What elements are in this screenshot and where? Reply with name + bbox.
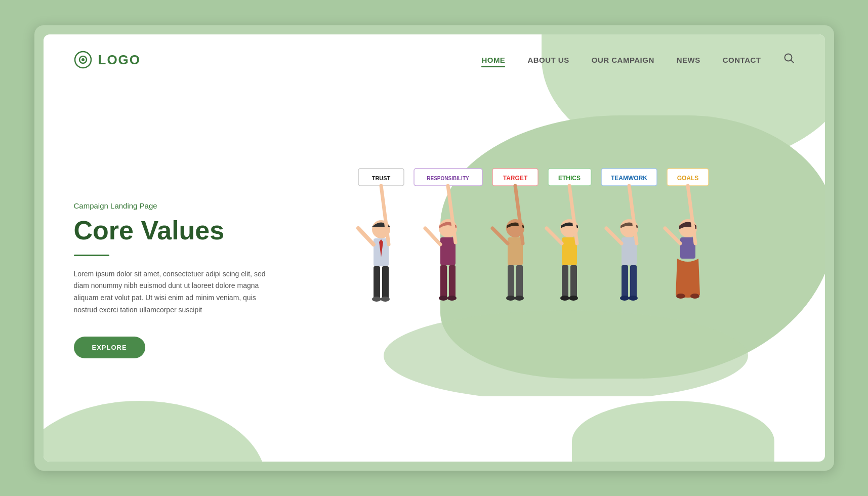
hero-right: TRUST RESPONSIBILITY TARGET ETHICS TEAMW… xyxy=(307,99,795,450)
svg-rect-45 xyxy=(562,265,568,298)
svg-rect-53 xyxy=(622,265,628,298)
svg-rect-37 xyxy=(508,265,514,298)
svg-point-57 xyxy=(620,296,629,301)
svg-rect-44 xyxy=(562,237,577,265)
svg-point-2 xyxy=(81,58,85,61)
header: LOGO HOME ABOUT US OUR CAMPAIGN NEWS CON… xyxy=(44,34,825,79)
svg-rect-60 xyxy=(680,237,695,259)
svg-rect-54 xyxy=(630,265,637,298)
nav-item-contact[interactable]: CONTACT xyxy=(723,56,761,64)
svg-rect-38 xyxy=(516,265,523,298)
svg-text:GOALS: GOALS xyxy=(677,175,698,182)
svg-point-49 xyxy=(560,296,569,301)
svg-point-42 xyxy=(515,296,524,301)
svg-line-55 xyxy=(606,228,622,243)
svg-text:TARGET: TARGET xyxy=(503,175,527,182)
explore-button[interactable]: EXPLORE xyxy=(74,337,145,358)
nav-item-home[interactable]: HOME xyxy=(481,56,505,64)
svg-line-39 xyxy=(492,228,508,243)
svg-text:RESPONSIBILITY: RESPONSIBILITY xyxy=(427,176,469,181)
svg-point-33 xyxy=(439,296,448,301)
svg-rect-36 xyxy=(508,237,523,265)
svg-point-26 xyxy=(381,297,390,302)
svg-rect-46 xyxy=(570,265,577,298)
svg-rect-30 xyxy=(449,265,456,298)
hero-divider xyxy=(74,255,109,256)
svg-point-50 xyxy=(569,296,578,301)
logo-text: LOGO xyxy=(98,52,141,68)
hero-section: Campaign Landing Page Core Values Lorem … xyxy=(44,79,825,450)
svg-point-5 xyxy=(384,310,748,396)
svg-rect-52 xyxy=(622,237,637,265)
svg-point-64 xyxy=(690,294,699,299)
nav-item-about[interactable]: ABOUT US xyxy=(527,56,569,64)
svg-point-58 xyxy=(629,296,638,301)
svg-line-4 xyxy=(791,60,794,63)
values-scene: TRUST RESPONSIBILITY TARGET ETHICS TEAMW… xyxy=(343,153,758,396)
illustration-svg: TRUST RESPONSIBILITY TARGET ETHICS TEAMW… xyxy=(343,153,758,396)
hero-left: Campaign Landing Page Core Values Lorem … xyxy=(74,191,307,358)
svg-point-34 xyxy=(447,296,457,301)
nav: HOME ABOUT US OUR CAMPAIGN NEWS CONTACT xyxy=(481,53,794,67)
search-icon[interactable] xyxy=(783,53,795,67)
svg-rect-21 xyxy=(374,266,380,299)
svg-line-61 xyxy=(665,228,680,243)
svg-point-25 xyxy=(372,297,381,302)
svg-rect-29 xyxy=(440,265,447,298)
svg-point-63 xyxy=(676,294,685,299)
inner-card: LOGO HOME ABOUT US OUR CAMPAIGN NEWS CON… xyxy=(44,34,825,462)
hero-subtitle: Campaign Landing Page xyxy=(74,201,307,210)
hero-title: Core Values xyxy=(74,216,307,245)
hero-body: Lorem ipsum dolor sit amet, consectetuer… xyxy=(74,268,276,316)
nav-item-news[interactable]: NEWS xyxy=(677,56,700,64)
svg-rect-22 xyxy=(382,266,389,299)
outer-frame: LOGO HOME ABOUT US OUR CAMPAIGN NEWS CON… xyxy=(34,25,834,471)
logo-area: LOGO xyxy=(74,51,141,69)
svg-text:ETHICS: ETHICS xyxy=(558,175,580,182)
svg-line-31 xyxy=(425,228,440,244)
logo-icon xyxy=(74,51,92,69)
svg-text:TRUST: TRUST xyxy=(371,175,390,181)
svg-text:TEAMWORK: TEAMWORK xyxy=(611,175,647,182)
svg-line-23 xyxy=(358,228,374,244)
svg-point-41 xyxy=(506,296,515,301)
svg-line-47 xyxy=(547,228,562,243)
nav-item-campaign[interactable]: OUR CAMPAIGN xyxy=(592,56,654,64)
svg-rect-28 xyxy=(440,237,456,265)
